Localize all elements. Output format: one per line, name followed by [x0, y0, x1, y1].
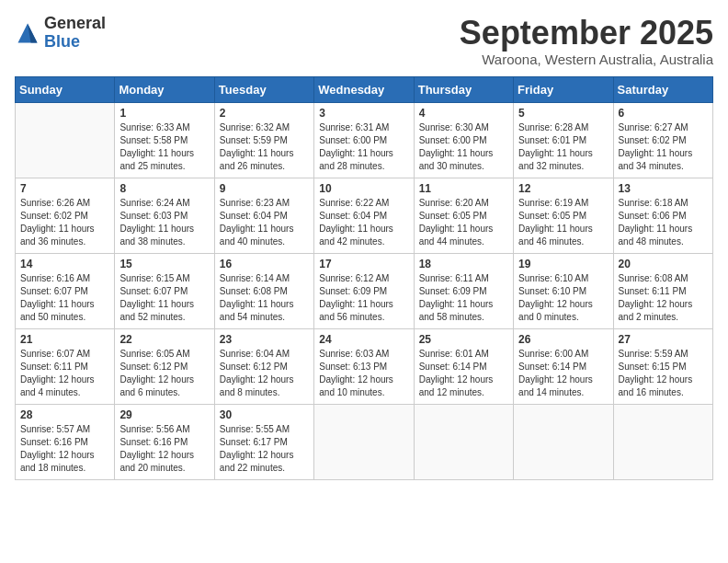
day-number: 26 [518, 333, 608, 346]
col-header-tuesday: Tuesday [214, 76, 313, 102]
calendar-week-row: 21Sunrise: 6:07 AM Sunset: 6:11 PM Dayli… [16, 328, 713, 404]
day-number: 3 [319, 107, 408, 120]
calendar-cell: 13Sunrise: 6:18 AM Sunset: 6:06 PM Dayli… [613, 178, 712, 253]
day-number: 1 [119, 107, 209, 120]
day-info: Sunrise: 6:04 AM Sunset: 6:12 PM Dayligh… [220, 348, 309, 399]
calendar-cell: 8Sunrise: 6:24 AM Sunset: 6:03 PM Daylig… [115, 178, 214, 253]
day-info: Sunrise: 6:00 AM Sunset: 6:14 PM Dayligh… [518, 348, 608, 399]
calendar-cell: 3Sunrise: 6:31 AM Sunset: 6:00 PM Daylig… [314, 102, 414, 178]
day-number: 23 [220, 333, 309, 346]
day-info: Sunrise: 5:55 AM Sunset: 6:17 PM Dayligh… [220, 423, 309, 475]
calendar-cell: 4Sunrise: 6:30 AM Sunset: 6:00 PM Daylig… [414, 102, 513, 178]
day-info: Sunrise: 6:12 AM Sunset: 6:09 PM Dayligh… [319, 272, 408, 324]
day-number: 21 [20, 333, 109, 346]
day-info: Sunrise: 6:11 AM Sunset: 6:09 PM Dayligh… [419, 272, 508, 324]
calendar-cell: 27Sunrise: 5:59 AM Sunset: 6:15 PM Dayli… [613, 328, 712, 404]
day-info: Sunrise: 6:33 AM Sunset: 5:58 PM Dayligh… [119, 121, 209, 173]
calendar-header-row: SundayMondayTuesdayWednesdayThursdayFrid… [16, 76, 713, 102]
day-number: 7 [20, 182, 109, 195]
calendar-cell: 11Sunrise: 6:20 AM Sunset: 6:05 PM Dayli… [414, 178, 513, 253]
day-number: 16 [220, 258, 309, 270]
calendar-cell: 12Sunrise: 6:19 AM Sunset: 6:05 PM Dayli… [514, 178, 613, 253]
calendar-cell: 22Sunrise: 6:05 AM Sunset: 6:12 PM Dayli… [115, 328, 214, 404]
calendar-cell: 15Sunrise: 6:15 AM Sunset: 6:07 PM Dayli… [115, 253, 214, 328]
calendar-cell: 20Sunrise: 6:08 AM Sunset: 6:11 PM Dayli… [613, 253, 712, 328]
calendar-cell: 24Sunrise: 6:03 AM Sunset: 6:13 PM Dayli… [314, 328, 414, 404]
day-info: Sunrise: 6:14 AM Sunset: 6:08 PM Dayligh… [220, 272, 309, 324]
calendar-cell: 18Sunrise: 6:11 AM Sunset: 6:09 PM Dayli… [414, 253, 513, 328]
day-info: Sunrise: 6:26 AM Sunset: 6:02 PM Dayligh… [20, 197, 109, 248]
day-number: 18 [419, 258, 508, 270]
day-number: 11 [419, 182, 508, 195]
day-info: Sunrise: 6:18 AM Sunset: 6:06 PM Dayligh… [619, 197, 708, 248]
calendar-table: SundayMondayTuesdayWednesdayThursdayFrid… [15, 76, 713, 480]
calendar-cell: 6Sunrise: 6:27 AM Sunset: 6:02 PM Daylig… [613, 102, 712, 178]
calendar-cell: 23Sunrise: 6:04 AM Sunset: 6:12 PM Dayli… [214, 328, 313, 404]
day-info: Sunrise: 6:23 AM Sunset: 6:04 PM Dayligh… [220, 197, 309, 248]
calendar-week-row: 7Sunrise: 6:26 AM Sunset: 6:02 PM Daylig… [16, 178, 713, 253]
logo-general-text: General [44, 15, 106, 33]
day-number: 15 [119, 258, 209, 270]
calendar-cell: 29Sunrise: 5:56 AM Sunset: 6:16 PM Dayli… [115, 404, 214, 479]
month-title: September 2025 [460, 15, 713, 52]
col-header-friday: Friday [514, 76, 613, 102]
day-info: Sunrise: 6:03 AM Sunset: 6:13 PM Dayligh… [319, 348, 408, 399]
calendar-cell [414, 404, 513, 479]
title-block: September 2025 Waroona, Western Australi… [460, 15, 713, 67]
calendar-cell: 1Sunrise: 6:33 AM Sunset: 5:58 PM Daylig… [115, 102, 214, 178]
day-number: 19 [518, 258, 608, 270]
day-info: Sunrise: 6:16 AM Sunset: 6:07 PM Dayligh… [20, 272, 109, 324]
col-header-wednesday: Wednesday [314, 76, 414, 102]
day-number: 24 [319, 333, 408, 346]
day-info: Sunrise: 6:24 AM Sunset: 6:03 PM Dayligh… [119, 197, 209, 248]
day-number: 8 [119, 182, 209, 195]
calendar-cell: 16Sunrise: 6:14 AM Sunset: 6:08 PM Dayli… [214, 253, 313, 328]
day-number: 20 [619, 258, 708, 270]
logo: General Blue [15, 15, 106, 52]
calendar-cell: 30Sunrise: 5:55 AM Sunset: 6:17 PM Dayli… [214, 404, 313, 479]
calendar-cell: 25Sunrise: 6:01 AM Sunset: 6:14 PM Dayli… [414, 328, 513, 404]
day-number: 13 [619, 182, 708, 195]
day-info: Sunrise: 6:31 AM Sunset: 6:00 PM Dayligh… [319, 121, 408, 173]
location-subtitle: Waroona, Western Australia, Australia [460, 52, 713, 67]
calendar-cell: 17Sunrise: 6:12 AM Sunset: 6:09 PM Dayli… [314, 253, 414, 328]
calendar-week-row: 28Sunrise: 5:57 AM Sunset: 6:16 PM Dayli… [16, 404, 713, 479]
col-header-monday: Monday [115, 76, 214, 102]
calendar-week-row: 1Sunrise: 6:33 AM Sunset: 5:58 PM Daylig… [16, 102, 713, 178]
day-info: Sunrise: 6:07 AM Sunset: 6:11 PM Dayligh… [20, 348, 109, 399]
day-number: 5 [518, 107, 608, 120]
calendar-cell: 26Sunrise: 6:00 AM Sunset: 6:14 PM Dayli… [514, 328, 613, 404]
day-number: 14 [20, 258, 109, 270]
day-number: 4 [419, 107, 508, 120]
day-number: 9 [220, 182, 309, 195]
day-info: Sunrise: 6:27 AM Sunset: 6:02 PM Dayligh… [619, 121, 708, 173]
day-info: Sunrise: 5:56 AM Sunset: 6:16 PM Dayligh… [119, 423, 209, 475]
calendar-cell: 2Sunrise: 6:32 AM Sunset: 5:59 PM Daylig… [214, 102, 313, 178]
calendar-cell: 7Sunrise: 6:26 AM Sunset: 6:02 PM Daylig… [16, 178, 115, 253]
col-header-saturday: Saturday [613, 76, 712, 102]
day-info: Sunrise: 6:10 AM Sunset: 6:10 PM Dayligh… [518, 272, 608, 324]
logo-blue-text: Blue [44, 33, 106, 52]
day-number: 29 [119, 408, 209, 421]
day-info: Sunrise: 5:59 AM Sunset: 6:15 PM Dayligh… [619, 348, 708, 399]
calendar-cell: 21Sunrise: 6:07 AM Sunset: 6:11 PM Dayli… [16, 328, 115, 404]
day-info: Sunrise: 6:19 AM Sunset: 6:05 PM Dayligh… [518, 197, 608, 248]
day-number: 10 [319, 182, 408, 195]
day-info: Sunrise: 5:57 AM Sunset: 6:16 PM Dayligh… [20, 423, 109, 475]
day-number: 22 [119, 333, 209, 346]
day-info: Sunrise: 6:05 AM Sunset: 6:12 PM Dayligh… [119, 348, 209, 399]
calendar-cell: 19Sunrise: 6:10 AM Sunset: 6:10 PM Dayli… [514, 253, 613, 328]
day-number: 25 [419, 333, 508, 346]
day-number: 12 [518, 182, 608, 195]
day-number: 17 [319, 258, 408, 270]
day-info: Sunrise: 6:01 AM Sunset: 6:14 PM Dayligh… [419, 348, 508, 399]
col-header-sunday: Sunday [16, 76, 115, 102]
day-number: 27 [619, 333, 708, 346]
day-info: Sunrise: 6:30 AM Sunset: 6:00 PM Dayligh… [419, 121, 508, 173]
day-number: 28 [20, 408, 109, 421]
page-header: General Blue September 2025 Waroona, Wes… [15, 15, 713, 67]
calendar-cell [514, 404, 613, 479]
calendar-cell [314, 404, 414, 479]
day-info: Sunrise: 6:08 AM Sunset: 6:11 PM Dayligh… [619, 272, 708, 324]
calendar-cell: 28Sunrise: 5:57 AM Sunset: 6:16 PM Dayli… [16, 404, 115, 479]
